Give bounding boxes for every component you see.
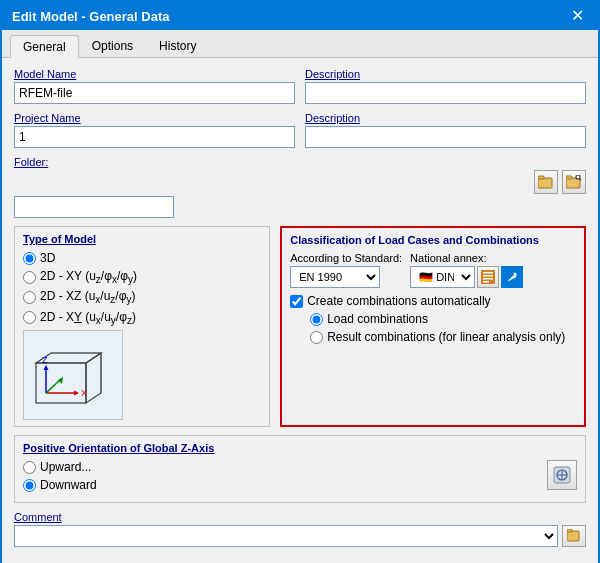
folder-search-btn[interactable]: [562, 170, 586, 194]
standard-group: According to Standard: EN 1990: [290, 252, 402, 288]
tab-history[interactable]: History: [146, 34, 209, 57]
radio-2d-xz-input[interactable]: [23, 291, 36, 304]
project-name-group: Project Name: [14, 112, 295, 148]
classification-title: Classification of Load Cases and Combina…: [290, 234, 576, 246]
z-options: Upward... Downward: [23, 460, 539, 496]
create-auto-label: Create combinations automatically: [307, 294, 490, 308]
svg-rect-1: [538, 176, 544, 179]
downward-radio[interactable]: [23, 479, 36, 492]
project-desc-label: Description: [305, 112, 586, 124]
model-preview: Z X: [23, 330, 123, 420]
upward-radio[interactable]: [23, 461, 36, 474]
model-desc-group: Description: [305, 68, 586, 104]
dialog-title: Edit Model - General Data: [12, 9, 169, 24]
tab-general[interactable]: General: [10, 35, 79, 58]
radio-2d-xy1: 2D - XY (uz/φx/φy): [23, 269, 261, 285]
dialog-content: Model Name Description Project Name Desc…: [2, 58, 598, 563]
project-desc-input[interactable]: [305, 126, 586, 148]
create-auto-row: Create combinations automatically: [290, 294, 576, 308]
model-name-group: Model Name: [14, 68, 295, 104]
model-desc-label: Description: [305, 68, 586, 80]
close-button[interactable]: ✕: [567, 8, 588, 24]
downward-label: Downward: [40, 478, 97, 492]
folder-input-row: [14, 170, 586, 196]
annex-select[interactable]: 🇩🇪 DIN: [410, 266, 475, 288]
radio-2d-xy1-input[interactable]: [23, 271, 36, 284]
svg-point-4: [576, 175, 580, 179]
svg-rect-31: [567, 529, 572, 532]
project-name-label: Project Name: [14, 112, 295, 124]
z-preview-btn[interactable]: [547, 460, 577, 490]
result-combo-option: Result combinations (for linear analysis…: [310, 330, 576, 344]
folder-input[interactable]: [14, 196, 174, 218]
model-desc-input[interactable]: [305, 82, 586, 104]
project-desc-group: Description: [305, 112, 586, 148]
annex-settings-btn[interactable]: [477, 266, 499, 288]
svg-rect-22: [483, 278, 493, 280]
annex-label: National annex:: [410, 252, 523, 264]
svg-marker-10: [86, 353, 101, 403]
radio-2d-xy2: 2D - XY (ux/uy/φz): [23, 310, 261, 326]
result-combo-radio[interactable]: [310, 331, 323, 344]
radio-2d-xy1-label: 2D - XY (uz/φx/φy): [40, 269, 137, 285]
tab-bar: General Options History: [2, 30, 598, 58]
create-auto-checkbox[interactable]: [290, 295, 303, 308]
standard-label: According to Standard:: [290, 252, 402, 264]
positive-z-title: Positive Orientation of Global Z-Axis: [23, 442, 577, 454]
edit-model-dialog: Edit Model - General Data ✕ General Opti…: [0, 0, 600, 563]
svg-rect-20: [483, 272, 493, 274]
result-combo-label: Result combinations (for linear analysis…: [327, 330, 565, 344]
upward-option: Upward...: [23, 460, 539, 474]
radio-2d-xz: 2D - XZ (ux/uz/φy): [23, 289, 261, 305]
standard-select[interactable]: EN 1990: [290, 266, 380, 288]
radio-3d-label: 3D: [40, 251, 55, 265]
comment-row: [14, 525, 586, 547]
svg-text:X: X: [81, 388, 87, 398]
comment-select[interactable]: [14, 525, 558, 547]
svg-text:Z: Z: [42, 355, 48, 365]
title-bar: Edit Model - General Data ✕: [2, 2, 598, 30]
downward-option: Downward: [23, 478, 539, 492]
comment-label: Comment: [14, 511, 586, 523]
svg-rect-21: [483, 275, 493, 277]
folder-row: Folder:: [14, 156, 586, 218]
upward-label: Upward...: [40, 460, 91, 474]
combo-options: Load combinations Result combinations (f…: [290, 312, 576, 344]
tab-options[interactable]: Options: [79, 34, 146, 57]
svg-marker-18: [58, 377, 63, 384]
svg-marker-12: [43, 365, 48, 370]
load-combo-label: Load combinations: [327, 312, 428, 326]
model-name-row: Model Name Description: [14, 68, 586, 104]
radio-2d-xy2-input[interactable]: [23, 311, 36, 324]
project-name-input[interactable]: [14, 126, 295, 148]
z-icon: [547, 460, 577, 490]
standard-select-group: EN 1990: [290, 266, 402, 288]
svg-line-17: [46, 379, 61, 393]
svg-rect-23: [483, 281, 489, 283]
svg-rect-3: [566, 176, 572, 179]
comment-section: Comment: [14, 511, 586, 547]
positive-z-panel: Positive Orientation of Global Z-Axis Up…: [14, 435, 586, 503]
annex-group: National annex: 🇩🇪 DIN: [410, 252, 523, 288]
type-of-model-title: Type of Model: [23, 233, 261, 245]
model-name-label: Model Name: [14, 68, 295, 80]
z-content: Upward... Downward: [23, 460, 577, 496]
load-combo-option: Load combinations: [310, 312, 576, 326]
radio-2d-xy2-label: 2D - XY (ux/uy/φz): [40, 310, 136, 326]
radio-2d-xz-label: 2D - XZ (ux/uz/φy): [40, 289, 135, 305]
folder-label: Folder:: [14, 156, 586, 168]
svg-marker-15: [74, 390, 79, 395]
load-combo-radio[interactable]: [310, 313, 323, 326]
annex-edit-btn[interactable]: [501, 266, 523, 288]
standard-row: According to Standard: EN 1990 National …: [290, 252, 576, 288]
classification-panel: Classification of Load Cases and Combina…: [280, 226, 586, 427]
type-of-model-panel: Type of Model 3D 2D - XY (uz/φx/φy) 2D -…: [14, 226, 270, 427]
model-name-input[interactable]: [14, 82, 295, 104]
folder-browse-btn[interactable]: [534, 170, 558, 194]
project-name-row: Project Name Description: [14, 112, 586, 148]
radio-3d-input[interactable]: [23, 252, 36, 265]
comment-browse-btn[interactable]: [562, 525, 586, 547]
main-section: Type of Model 3D 2D - XY (uz/φx/φy) 2D -…: [14, 226, 586, 427]
radio-3d: 3D: [23, 251, 261, 265]
annex-select-group: 🇩🇪 DIN: [410, 266, 523, 288]
